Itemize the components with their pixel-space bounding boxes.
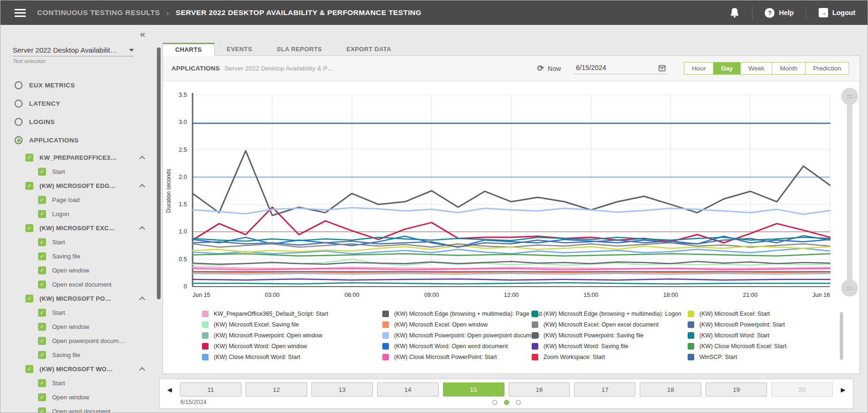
day-button-15[interactable]: 15: [443, 382, 504, 397]
checkbox-checked-icon[interactable]: ✓: [38, 351, 46, 359]
checkbox-checked-icon[interactable]: ✓: [38, 281, 46, 288]
checkbox-checked-icon[interactable]: ✓: [25, 154, 33, 162]
notifications-button[interactable]: [717, 0, 752, 25]
test-selection-dropdown[interactable]: Server 2022 Desktop Availabilit…: [13, 46, 134, 56]
legend-item-kw-microsoft-word-start[interactable]: (KW) Microsoft Word: Start: [688, 330, 836, 341]
checkbox-checked-icon[interactable]: ✓: [38, 210, 46, 218]
legend-item-kw-microsoft-excel-open-excel-document[interactable]: (KW) Microsoft Excel: Open excel documen…: [532, 319, 688, 330]
tree-item-open-window[interactable]: ✓Open window: [0, 390, 155, 404]
range-button-hour[interactable]: Hour: [684, 62, 713, 74]
legend-item-kw-microsoft-edge-browsing-multimedia-page-load[interactable]: (KW) Microsoft Edge (browsing + multimed…: [382, 308, 532, 319]
checkbox-checked-icon[interactable]: ✓: [38, 168, 46, 176]
page-dot-3[interactable]: [516, 400, 521, 405]
chevron-up-icon[interactable]: [139, 226, 145, 232]
checkbox-checked-icon[interactable]: ✓: [38, 337, 46, 345]
checkbox-checked-icon[interactable]: ✓: [25, 365, 33, 373]
menu-icon[interactable]: [15, 9, 26, 17]
y-zoom-slider-handle-top[interactable]: [841, 88, 858, 105]
checkbox-checked-icon[interactable]: ✓: [38, 309, 46, 317]
legend-item-kw-microsoft-edge-browsing-multimedia-logon[interactable]: (KW) Microsoft Edge (browsing + multimed…: [532, 308, 688, 319]
tree-item-start[interactable]: ✓Start: [0, 164, 155, 179]
tree-item-open-window[interactable]: ✓Open window: [0, 263, 155, 277]
logout-button[interactable]: → Logout: [806, 0, 868, 25]
help-button[interactable]: ? Help: [752, 0, 806, 25]
tree-group-kw-microsoft-wo[interactable]: ✓(KW) MICROSOFT WO…: [0, 362, 155, 376]
checkbox-checked-icon[interactable]: ✓: [38, 393, 46, 401]
day-button-19[interactable]: 19: [705, 382, 767, 397]
tree-item-logon[interactable]: ✓Logon: [0, 207, 155, 221]
tree-item-open-powerpoint-docum[interactable]: ✓Open powerpoint docum…: [0, 334, 155, 348]
checkbox-checked-icon[interactable]: ✓: [25, 224, 33, 232]
sidebar-scrollbar[interactable]: [157, 47, 161, 299]
legend-item-kw-microsoft-powerpoint-open-powerpoint-document[interactable]: (KW) Microsoft Powerpoint: Open powerpoi…: [382, 330, 532, 341]
y-zoom-slider-track[interactable]: [847, 97, 852, 288]
date-input[interactable]: 6/15/2024: [574, 63, 668, 74]
day-button-18[interactable]: 18: [640, 382, 701, 397]
range-button-month[interactable]: Month: [772, 62, 806, 74]
checkbox-checked-icon[interactable]: ✓: [38, 379, 46, 387]
checkbox-checked-icon[interactable]: ✓: [25, 295, 33, 303]
chevron-up-icon[interactable]: [139, 367, 145, 373]
tab-events[interactable]: EVENTS: [215, 43, 264, 56]
checkbox-checked-icon[interactable]: ✓: [38, 196, 46, 204]
tree-item-start[interactable]: ✓Start: [0, 235, 155, 249]
next-days-arrow[interactable]: ▶: [837, 386, 849, 393]
tree-item-start[interactable]: ✓Start: [0, 305, 155, 319]
sidebar-radio-latency[interactable]: LATENCY: [0, 94, 155, 113]
tree-group-kw-prepareoffice3[interactable]: ✓KW_PREPAREOFFICE3…: [0, 150, 155, 164]
checkbox-checked-icon[interactable]: ✓: [38, 252, 46, 260]
sidebar-radio-logins[interactable]: LOGINS: [0, 113, 155, 131]
y-zoom-slider-handle-bottom[interactable]: [841, 280, 858, 296]
tab-sla-reports[interactable]: SLA REPORTS: [264, 43, 334, 56]
day-button-14[interactable]: 14: [377, 382, 439, 397]
legend-item-kw-microsoft-powerpoint-start[interactable]: (KW) Microsoft Powerpoint: Start: [688, 319, 836, 330]
tree-group-kw-microsoft-edg[interactable]: ✓(KW) MICROSOFT EDG…: [0, 179, 155, 193]
breadcrumb-section[interactable]: CONTINUOUS TESTING RESULTS: [37, 8, 160, 17]
tree-item-open-word-document[interactable]: ✓Open word document: [0, 404, 155, 413]
previous-days-arrow[interactable]: ◀: [163, 386, 176, 393]
tree-item-page-load[interactable]: ✓Page load: [0, 193, 155, 207]
range-button-day[interactable]: Day: [713, 62, 741, 74]
legend-item-kw-microsoft-word-saving-file[interactable]: (KW) Microsoft Word: Saving file: [532, 341, 688, 351]
page-dot-1[interactable]: [492, 400, 497, 405]
tree-item-saving-file[interactable]: ✓Saving file: [0, 348, 155, 362]
legend-item-kw-microsoft-word-open-word-document[interactable]: (KW) Microsoft Word: Open word document: [382, 341, 532, 351]
checkbox-checked-icon[interactable]: ✓: [38, 407, 46, 413]
legend-item-zoom-workspace-start[interactable]: Zoom Workspace: Start: [532, 351, 688, 361]
legend-scrollbar[interactable]: [840, 312, 843, 360]
checkbox-checked-icon[interactable]: ✓: [38, 266, 46, 274]
chevron-up-icon[interactable]: [139, 156, 145, 162]
range-button-week[interactable]: Week: [741, 62, 772, 74]
legend-item-kw-microsoft-powerpoint-open-window[interactable]: (KW) Microsoft Powerpoint: Open window: [202, 330, 382, 341]
checkbox-checked-icon[interactable]: ✓: [25, 182, 33, 190]
legend-item-kw-microsoft-word-open-window[interactable]: (KW) Microsoft Word: Open window: [202, 341, 382, 351]
checkbox-checked-icon[interactable]: ✓: [38, 238, 46, 246]
tab-charts[interactable]: CHARTS: [163, 43, 215, 56]
legend-item-kw-microsoft-excel-saving-file[interactable]: (KW) Microsoft Excel: Saving file: [202, 319, 382, 330]
day-button-12[interactable]: 12: [246, 382, 307, 397]
collapse-sidebar-icon[interactable]: «: [140, 29, 145, 39]
legend-item-kw-close-microsoft-word-start[interactable]: (KW) Close Microsoft Word: Start: [202, 351, 382, 361]
tree-item-open-excel-document[interactable]: ✓Open excel document: [0, 277, 155, 291]
sidebar-radio-applications[interactable]: APPLICATIONS: [0, 131, 155, 149]
legend-item-kw-prepareoffice365-default-script-start[interactable]: KW_PrepareOffice365_Default_Script: Star…: [202, 308, 382, 319]
legend-item-winscp-start[interactable]: WinSCP: Start: [688, 351, 836, 361]
chevron-up-icon[interactable]: [139, 296, 145, 303]
tree-group-kw-microsoft-exc[interactable]: ✓(KW) MICROSOFT EXC…: [0, 221, 155, 235]
chevron-up-icon[interactable]: [139, 184, 145, 190]
day-button-13[interactable]: 13: [311, 382, 373, 397]
legend-item-kw-microsoft-excel-open-window[interactable]: (KW) Microsoft Excel: Open window: [382, 319, 532, 330]
legend-item-kw-microsoft-excel-start[interactable]: (KW) Microsoft Excel: Start: [688, 308, 836, 319]
page-dot-2[interactable]: [504, 400, 509, 405]
tab-export-data[interactable]: EXPORT DATA: [334, 43, 403, 56]
refresh-now-button[interactable]: ⟳ Now: [537, 63, 561, 73]
tree-item-saving-file[interactable]: ✓Saving file: [0, 249, 155, 263]
legend-item-kw-microsoft-powerpoint-saving-file[interactable]: (KW) Microsoft Powerpoint: Saving file: [532, 330, 688, 341]
tree-item-start[interactable]: ✓Start: [0, 376, 155, 390]
range-button-prediction[interactable]: Prediction: [806, 62, 849, 74]
day-button-16[interactable]: 16: [509, 382, 570, 397]
tree-item-open-window[interactable]: ✓Open window: [0, 319, 155, 334]
checkbox-checked-icon[interactable]: ✓: [38, 323, 46, 331]
sidebar-radio-eux-metrics[interactable]: EUX METRICS: [0, 76, 155, 94]
day-button-11[interactable]: 11: [180, 382, 241, 397]
